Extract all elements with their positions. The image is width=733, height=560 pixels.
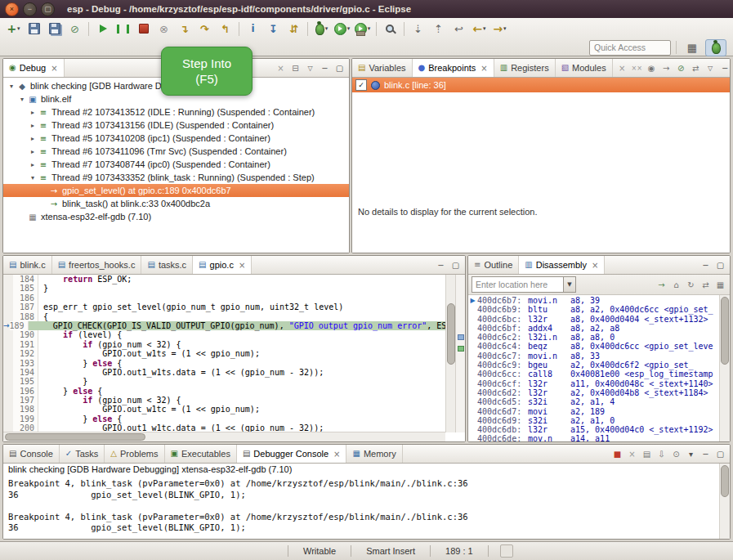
code-text[interactable]: }: [38, 377, 445, 386]
right-tab-breakpoints[interactable]: ●Breakpoints×: [413, 59, 494, 77]
show-breakpoints-for-button[interactable]: ◉: [646, 62, 658, 74]
suspend-button[interactable]: [113, 20, 133, 38]
new-wizard-button[interactable]: +▾: [3, 20, 24, 38]
disassembly-line[interactable]: 400dc6d2:l32ra2, 0x400d04b8 <_stext+1184…: [468, 388, 720, 397]
breakpoint-gutter[interactable]: [3, 377, 13, 386]
clear-button[interactable]: ▤: [641, 448, 653, 460]
console-tab-executables[interactable]: ▣Executables: [165, 445, 237, 463]
debug-tree-item[interactable]: →blink_task() at blink.c:33 0x400dbc2a: [3, 197, 349, 210]
debug-tree-item[interactable]: ▸≡Thread #6 1073411096 (Tmr Svc) (Suspen…: [3, 145, 349, 158]
console-tab-problems[interactable]: △Problems: [105, 445, 164, 463]
code-text[interactable]: return ESP_OK;: [38, 275, 445, 284]
quick-access-input[interactable]: Quick Access: [589, 40, 671, 56]
disasm-tab-disassembly[interactable]: ▥Disassembly×: [519, 256, 605, 274]
view-menu-button[interactable]: ▽: [304, 62, 316, 74]
code-text[interactable]: GPIO_CHECK(GPIO_IS_VALID_OUTPUT_GPIO(gpi…: [29, 321, 445, 330]
remove-selected-button[interactable]: ×: [616, 62, 628, 74]
console-tab-tasks[interactable]: ✓Tasks: [60, 445, 105, 463]
close-tab-icon[interactable]: ×: [480, 64, 487, 73]
debug-tree-item[interactable]: ▸≡Thread #3 1073413156 (IDLE) (Suspended…: [3, 119, 349, 132]
overview-current-line-marker[interactable]: [458, 346, 464, 352]
disassembly-line[interactable]: 400dc6c9:bgeua2, 0x400dc6f2 <gpio_set_: [468, 361, 720, 370]
code-text[interactable]: GPIO.out1_w1ts.data = (1 << (gpio_num - …: [38, 368, 445, 377]
location-combo[interactable]: Enter location here ▼: [472, 276, 576, 293]
debug-tree-item[interactable]: ▸≡Thread #5 1073410208 (ipc1) (Suspended…: [3, 132, 349, 145]
step-into-button[interactable]: ↴: [174, 20, 194, 38]
right-tab-variables[interactable]: ▤Variables: [352, 59, 413, 77]
search-button[interactable]: [380, 20, 400, 38]
code-text[interactable]: {: [38, 312, 445, 321]
location-dropdown-icon[interactable]: ▼: [563, 277, 575, 292]
right-tab-registers[interactable]: ▥Registers: [494, 59, 556, 77]
disassembly-line[interactable]: 400dc6b9:bltua8, a2, 0x400dc6cc <gpio_se…: [468, 305, 720, 314]
disassembly-line[interactable]: 400dc6de:mov.na14, a11: [468, 434, 720, 441]
drop-to-frame-button[interactable]: ↧: [263, 20, 284, 38]
pin-button[interactable]: ⊙: [670, 448, 682, 460]
external-tools-button[interactable]: ▾: [352, 20, 373, 38]
previous-annotation-button[interactable]: ⇡: [428, 20, 449, 38]
location-input[interactable]: Enter location here: [472, 280, 563, 289]
disassembly-line[interactable]: 400dc6d7:movia2, 189: [468, 407, 720, 416]
go-to-file-button[interactable]: →: [660, 62, 673, 74]
close-tab-icon[interactable]: ×: [592, 261, 598, 270]
close-tab-icon[interactable]: ×: [333, 450, 340, 459]
instruction-stepping-button[interactable]: i: [243, 20, 263, 38]
open-perspective-button[interactable]: ▦: [682, 39, 703, 56]
console-scrollbar[interactable]: [719, 464, 730, 539]
code-text[interactable]: if (level) {: [38, 330, 445, 339]
debug-tree-item[interactable]: ▸≡Thread #2 1073413512 (IDLE : Running) …: [3, 105, 349, 119]
step-over-button[interactable]: ↷: [194, 20, 215, 38]
disasm-tab-outline[interactable]: ≡Outline: [468, 256, 519, 274]
breakpoint-gutter[interactable]: →: [3, 321, 10, 330]
step-return-button[interactable]: ↰: [215, 20, 235, 38]
maximize-button[interactable]: ▢: [714, 259, 726, 271]
disassembly-line[interactable]: 400dc6cc:call80x40081e00 <esp_log_timest…: [468, 370, 720, 379]
link-with-debug-view-button[interactable]: ⇄: [690, 62, 702, 74]
disassembly-line[interactable]: 400dc6c4:beqza8, 0x400dc6cc <gpio_set_le…: [468, 342, 720, 351]
editor-horizontal-scrollbar[interactable]: [3, 432, 445, 441]
terminate-button[interactable]: [133, 20, 154, 38]
breakpoint-gutter[interactable]: [3, 302, 13, 311]
skip-all-breakpoints-button[interactable]: ⊘: [675, 62, 687, 74]
save-button[interactable]: [24, 20, 44, 38]
run-button[interactable]: ▾: [332, 20, 352, 38]
minimize-button[interactable]: −: [699, 259, 712, 271]
editor-overview-ruler[interactable]: [455, 275, 465, 432]
editor-tab-blink-c[interactable]: ▤blink.c: [3, 256, 52, 274]
close-tab-icon[interactable]: ×: [51, 64, 57, 73]
console-tab-memory[interactable]: ▦Memory: [346, 445, 402, 463]
disassembly-line[interactable]: 400dc6c7:movi.na8, 33: [468, 352, 720, 361]
disassembly-scroll-thumb[interactable]: [721, 297, 729, 365]
forward-button[interactable]: →▾: [489, 20, 510, 38]
use-step-filters-button[interactable]: ⇵: [284, 20, 304, 38]
breakpoint-gutter[interactable]: [3, 284, 13, 293]
minimize-button[interactable]: −: [699, 448, 712, 460]
twistie-icon[interactable]: ▾: [17, 96, 27, 103]
skip-all-breakpoints-button[interactable]: ⊘: [65, 20, 85, 38]
remove-all-terminated-button[interactable]: ×: [275, 62, 287, 74]
twistie-icon[interactable]: ▾: [28, 174, 38, 181]
display-selected-console-button[interactable]: ▾: [685, 448, 697, 460]
breakpoint-gutter[interactable]: [3, 396, 13, 405]
disassembly-line[interactable]: 400dc6db:l32ra15, 0x400d04c0 <_stext+119…: [468, 425, 720, 434]
breakpoint-gutter[interactable]: [3, 387, 13, 396]
terminate-button[interactable]: ■: [611, 448, 623, 460]
code-text[interactable]: } else {: [38, 387, 445, 396]
home-button[interactable]: ⌂: [670, 279, 682, 291]
close-tab-icon[interactable]: ×: [239, 261, 245, 270]
twistie-icon[interactable]: ▸: [28, 161, 38, 168]
twistie-icon[interactable]: ▸: [28, 122, 38, 129]
twistie-icon[interactable]: ▸: [28, 148, 38, 155]
save-all-button[interactable]: [44, 20, 65, 38]
sync-button[interactable]: ⇄: [699, 279, 712, 291]
code-text[interactable]: if (gpio_num < 32) {: [38, 340, 445, 349]
last-edit-location-button[interactable]: ↩: [449, 20, 469, 38]
breakpoint-gutter[interactable]: [3, 414, 13, 423]
editor-tab-gpio-c[interactable]: ▤gpio.c×: [193, 256, 252, 274]
next-annotation-button[interactable]: ⇣: [408, 20, 428, 38]
breakpoint-gutter[interactable]: [3, 275, 13, 284]
remove-launch-button[interactable]: ×: [626, 448, 638, 460]
breakpoint-gutter[interactable]: [3, 405, 13, 414]
console-tab-console[interactable]: ▤Console: [3, 445, 60, 463]
right-tab-modules[interactable]: ▧Modules: [556, 59, 613, 77]
